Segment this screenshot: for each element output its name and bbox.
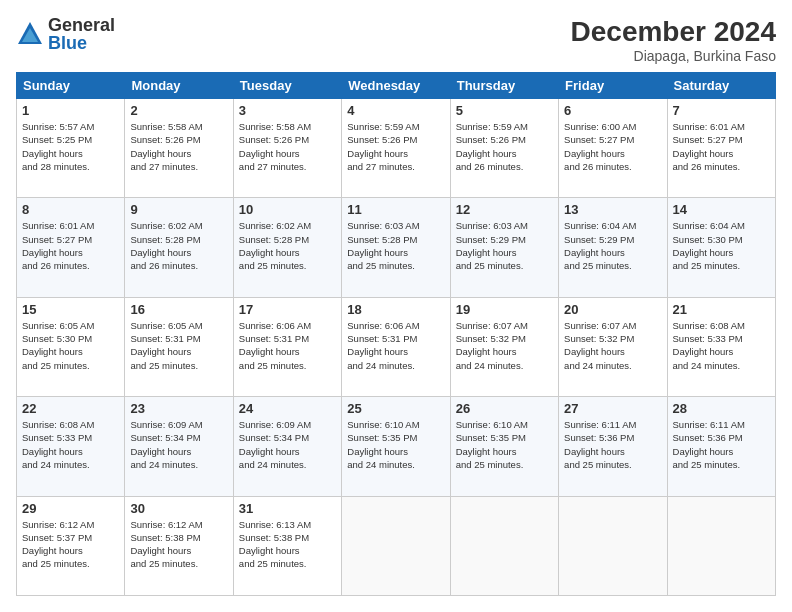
day-info: Sunrise: 6:03 AM Sunset: 5:29 PM Dayligh… (456, 219, 553, 272)
table-cell: 23 Sunrise: 6:09 AM Sunset: 5:34 PM Dayl… (125, 397, 233, 496)
day-number: 8 (22, 202, 119, 217)
table-cell: 14 Sunrise: 6:04 AM Sunset: 5:30 PM Dayl… (667, 198, 775, 297)
logo-blue: Blue (48, 34, 115, 52)
title-block: December 2024 Diapaga, Burkina Faso (571, 16, 776, 64)
calendar-week-row: 1 Sunrise: 5:57 AM Sunset: 5:25 PM Dayli… (17, 99, 776, 198)
day-number: 30 (130, 501, 227, 516)
day-info: Sunrise: 6:09 AM Sunset: 5:34 PM Dayligh… (130, 418, 227, 471)
logo-general: General (48, 16, 115, 34)
table-cell: 31 Sunrise: 6:13 AM Sunset: 5:38 PM Dayl… (233, 496, 341, 595)
day-info: Sunrise: 6:10 AM Sunset: 5:35 PM Dayligh… (456, 418, 553, 471)
table-cell: 10 Sunrise: 6:02 AM Sunset: 5:28 PM Dayl… (233, 198, 341, 297)
day-info: Sunrise: 5:57 AM Sunset: 5:25 PM Dayligh… (22, 120, 119, 173)
table-cell: 26 Sunrise: 6:10 AM Sunset: 5:35 PM Dayl… (450, 397, 558, 496)
day-number: 6 (564, 103, 661, 118)
table-cell: 19 Sunrise: 6:07 AM Sunset: 5:32 PM Dayl… (450, 297, 558, 396)
table-cell: 20 Sunrise: 6:07 AM Sunset: 5:32 PM Dayl… (559, 297, 667, 396)
day-number: 14 (673, 202, 770, 217)
table-cell: 4 Sunrise: 5:59 AM Sunset: 5:26 PM Dayli… (342, 99, 450, 198)
calendar-week-row: 15 Sunrise: 6:05 AM Sunset: 5:30 PM Dayl… (17, 297, 776, 396)
table-cell: 2 Sunrise: 5:58 AM Sunset: 5:26 PM Dayli… (125, 99, 233, 198)
table-cell: 11 Sunrise: 6:03 AM Sunset: 5:28 PM Dayl… (342, 198, 450, 297)
day-info: Sunrise: 6:12 AM Sunset: 5:37 PM Dayligh… (22, 518, 119, 571)
day-number: 21 (673, 302, 770, 317)
calendar-header-row: Sunday Monday Tuesday Wednesday Thursday… (17, 73, 776, 99)
table-cell: 25 Sunrise: 6:10 AM Sunset: 5:35 PM Dayl… (342, 397, 450, 496)
day-number: 20 (564, 302, 661, 317)
table-cell: 13 Sunrise: 6:04 AM Sunset: 5:29 PM Dayl… (559, 198, 667, 297)
day-number: 23 (130, 401, 227, 416)
day-info: Sunrise: 5:59 AM Sunset: 5:26 PM Dayligh… (347, 120, 444, 173)
day-number: 25 (347, 401, 444, 416)
day-number: 15 (22, 302, 119, 317)
day-info: Sunrise: 6:06 AM Sunset: 5:31 PM Dayligh… (347, 319, 444, 372)
day-info: Sunrise: 6:00 AM Sunset: 5:27 PM Dayligh… (564, 120, 661, 173)
logo: General Blue (16, 16, 115, 52)
day-number: 16 (130, 302, 227, 317)
table-cell: 1 Sunrise: 5:57 AM Sunset: 5:25 PM Dayli… (17, 99, 125, 198)
table-cell: 7 Sunrise: 6:01 AM Sunset: 5:27 PM Dayli… (667, 99, 775, 198)
col-sunday: Sunday (17, 73, 125, 99)
table-cell: 5 Sunrise: 5:59 AM Sunset: 5:26 PM Dayli… (450, 99, 558, 198)
table-cell: 21 Sunrise: 6:08 AM Sunset: 5:33 PM Dayl… (667, 297, 775, 396)
day-number: 3 (239, 103, 336, 118)
day-number: 7 (673, 103, 770, 118)
col-friday: Friday (559, 73, 667, 99)
table-cell (667, 496, 775, 595)
day-number: 19 (456, 302, 553, 317)
calendar-table: Sunday Monday Tuesday Wednesday Thursday… (16, 72, 776, 596)
day-info: Sunrise: 6:07 AM Sunset: 5:32 PM Dayligh… (564, 319, 661, 372)
col-thursday: Thursday (450, 73, 558, 99)
logo-text: General Blue (48, 16, 115, 52)
day-info: Sunrise: 6:08 AM Sunset: 5:33 PM Dayligh… (22, 418, 119, 471)
day-number: 17 (239, 302, 336, 317)
day-number: 28 (673, 401, 770, 416)
table-cell: 28 Sunrise: 6:11 AM Sunset: 5:36 PM Dayl… (667, 397, 775, 496)
table-cell: 22 Sunrise: 6:08 AM Sunset: 5:33 PM Dayl… (17, 397, 125, 496)
day-number: 13 (564, 202, 661, 217)
table-cell: 6 Sunrise: 6:00 AM Sunset: 5:27 PM Dayli… (559, 99, 667, 198)
table-cell: 15 Sunrise: 6:05 AM Sunset: 5:30 PM Dayl… (17, 297, 125, 396)
day-info: Sunrise: 6:12 AM Sunset: 5:38 PM Dayligh… (130, 518, 227, 571)
col-wednesday: Wednesday (342, 73, 450, 99)
day-number: 27 (564, 401, 661, 416)
day-info: Sunrise: 6:10 AM Sunset: 5:35 PM Dayligh… (347, 418, 444, 471)
day-number: 11 (347, 202, 444, 217)
table-cell: 27 Sunrise: 6:11 AM Sunset: 5:36 PM Dayl… (559, 397, 667, 496)
calendar-week-row: 8 Sunrise: 6:01 AM Sunset: 5:27 PM Dayli… (17, 198, 776, 297)
day-info: Sunrise: 6:08 AM Sunset: 5:33 PM Dayligh… (673, 319, 770, 372)
table-cell: 16 Sunrise: 6:05 AM Sunset: 5:31 PM Dayl… (125, 297, 233, 396)
month-title: December 2024 (571, 16, 776, 48)
day-info: Sunrise: 6:11 AM Sunset: 5:36 PM Dayligh… (564, 418, 661, 471)
day-info: Sunrise: 6:06 AM Sunset: 5:31 PM Dayligh… (239, 319, 336, 372)
day-info: Sunrise: 6:13 AM Sunset: 5:38 PM Dayligh… (239, 518, 336, 571)
day-number: 24 (239, 401, 336, 416)
day-info: Sunrise: 6:11 AM Sunset: 5:36 PM Dayligh… (673, 418, 770, 471)
table-cell: 30 Sunrise: 6:12 AM Sunset: 5:38 PM Dayl… (125, 496, 233, 595)
day-info: Sunrise: 6:05 AM Sunset: 5:30 PM Dayligh… (22, 319, 119, 372)
col-saturday: Saturday (667, 73, 775, 99)
day-info: Sunrise: 5:58 AM Sunset: 5:26 PM Dayligh… (130, 120, 227, 173)
day-number: 29 (22, 501, 119, 516)
table-cell (559, 496, 667, 595)
calendar-week-row: 22 Sunrise: 6:08 AM Sunset: 5:33 PM Dayl… (17, 397, 776, 496)
day-info: Sunrise: 6:02 AM Sunset: 5:28 PM Dayligh… (239, 219, 336, 272)
day-number: 26 (456, 401, 553, 416)
day-info: Sunrise: 6:02 AM Sunset: 5:28 PM Dayligh… (130, 219, 227, 272)
day-info: Sunrise: 6:01 AM Sunset: 5:27 PM Dayligh… (673, 120, 770, 173)
day-number: 18 (347, 302, 444, 317)
calendar-week-row: 29 Sunrise: 6:12 AM Sunset: 5:37 PM Dayl… (17, 496, 776, 595)
day-info: Sunrise: 6:04 AM Sunset: 5:30 PM Dayligh… (673, 219, 770, 272)
table-cell: 9 Sunrise: 6:02 AM Sunset: 5:28 PM Dayli… (125, 198, 233, 297)
table-cell: 12 Sunrise: 6:03 AM Sunset: 5:29 PM Dayl… (450, 198, 558, 297)
day-number: 1 (22, 103, 119, 118)
col-monday: Monday (125, 73, 233, 99)
day-info: Sunrise: 6:04 AM Sunset: 5:29 PM Dayligh… (564, 219, 661, 272)
col-tuesday: Tuesday (233, 73, 341, 99)
table-cell: 24 Sunrise: 6:09 AM Sunset: 5:34 PM Dayl… (233, 397, 341, 496)
table-cell: 18 Sunrise: 6:06 AM Sunset: 5:31 PM Dayl… (342, 297, 450, 396)
day-info: Sunrise: 5:58 AM Sunset: 5:26 PM Dayligh… (239, 120, 336, 173)
day-number: 4 (347, 103, 444, 118)
day-info: Sunrise: 6:01 AM Sunset: 5:27 PM Dayligh… (22, 219, 119, 272)
logo-icon (16, 20, 44, 48)
